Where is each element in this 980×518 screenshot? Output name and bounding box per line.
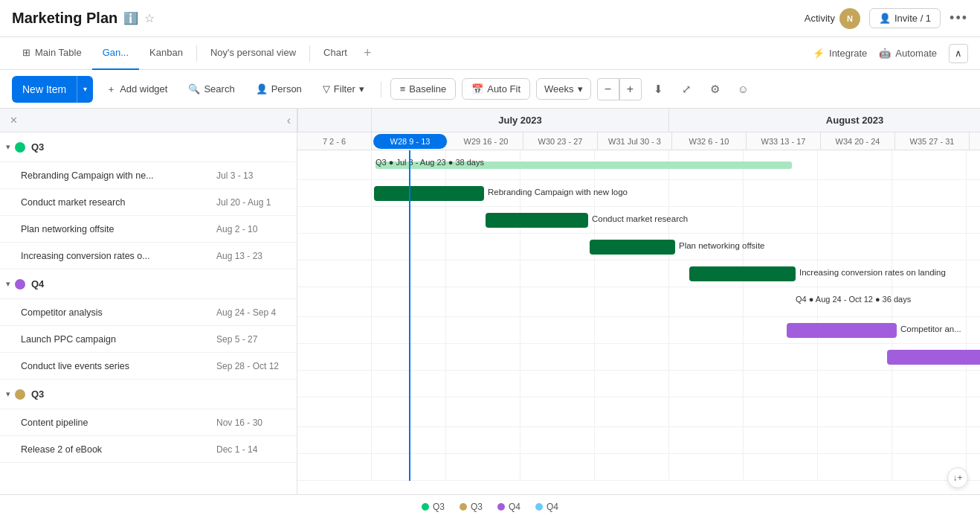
gantt-cell: [595, 397, 669, 426]
more-button[interactable]: •••: [950, 10, 968, 26]
gantt-cell: [744, 344, 818, 370]
star-icon[interactable]: ☆: [144, 11, 155, 25]
chevron-icon: ▾: [6, 142, 10, 152]
gantt-cell: [297, 454, 372, 480]
gantt-week-header: 7 2 - 6 W28 9 - 13 W29 16 - 20 W30 23 - …: [297, 132, 980, 150]
add-widget-button[interactable]: ＋ Add widget: [99, 78, 175, 100]
gantt-item-row-networking: Plan networking offsite: [297, 234, 980, 260]
filter-dropdown-icon: ▾: [359, 83, 364, 95]
gantt-cell: [669, 427, 744, 453]
list-item: Content pipeline Nov 16 - 30: [0, 409, 297, 436]
week-8: W35 27 - 31: [895, 132, 970, 150]
list-item: Release 2 of eBook Dec 1 - 14: [0, 436, 297, 463]
legend-item-q3-green: Q3: [422, 502, 445, 512]
item-name: Content pipeline: [21, 418, 216, 428]
gantt-cell: [967, 260, 980, 287]
legend-dot: [460, 503, 467, 511]
q3-summary-label: Q3 ● Jul 3 - Aug 23 ● 38 days: [375, 158, 484, 167]
search-button[interactable]: 🔍 Search: [181, 79, 242, 99]
integrate-icon: ⚡: [813, 48, 825, 59]
gantt-cell: [744, 180, 818, 206]
gantt-cell: [297, 427, 372, 453]
integrate-label: Integrate: [829, 48, 867, 59]
gantt-cell: [744, 454, 818, 480]
item-date: Aug 24 - Sep 4: [216, 307, 291, 318]
tab-personal-view[interactable]: Noy's personal view: [200, 37, 306, 70]
auto-fit-button[interactable]: 📅 Auto Fit: [462, 78, 530, 100]
invite-button[interactable]: 👤 Invite / 1: [869, 8, 941, 28]
left-collapse-icon[interactable]: ✕: [6, 115, 21, 126]
item-name: Rebranding Campaign with ne...: [21, 170, 216, 181]
list-item: Rebranding Campaign with ne... Jul 3 - 1…: [0, 162, 297, 189]
group-row-q4-purple[interactable]: ▾ Q4: [0, 269, 297, 299]
filter-button[interactable]: ▽ Filter ▾: [315, 79, 372, 99]
left-nav-icon[interactable]: ‹: [287, 114, 291, 127]
item-date: Sep 5 - 27: [216, 334, 291, 345]
zoom-out-button[interactable]: −: [597, 78, 619, 100]
week-9: W36 3 - 7: [970, 132, 980, 150]
list-item: Increasing conversion rates o... Aug 13 …: [0, 243, 297, 269]
chart-tab-label: Chart: [323, 47, 347, 58]
emoji-button[interactable]: ☺: [732, 78, 755, 100]
gantt-cell: [967, 427, 980, 453]
week-6: W33 13 - 17: [747, 132, 821, 150]
bar-rebranding: [374, 186, 484, 201]
gantt-cell: [446, 427, 520, 453]
group-label: Q4: [31, 278, 44, 290]
tab-kanban[interactable]: Kanban: [139, 37, 193, 70]
fit-screen-button[interactable]: ⤢: [676, 78, 698, 100]
legend-item-q4-purple: Q4: [497, 502, 520, 512]
gantt-cell: [967, 371, 980, 397]
integrate-button[interactable]: ⚡ Integrate: [813, 48, 867, 59]
gantt-cell: [818, 180, 892, 206]
zoom-in-button[interactable]: +: [619, 78, 642, 100]
weeks-selector[interactable]: Weeks ▾: [536, 78, 591, 100]
add-tab-button[interactable]: +: [358, 45, 378, 61]
settings-button[interactable]: ⚙: [704, 78, 726, 100]
item-date: Nov 16 - 30: [216, 418, 291, 428]
item-date: Jul 3 - 13: [216, 170, 291, 181]
group-row-q3-green[interactable]: ▾ Q3: [0, 132, 297, 162]
new-item-button[interactable]: New Item ▾: [12, 76, 93, 103]
gantt-cell: [446, 287, 520, 316]
legend-label: Q4: [547, 502, 558, 512]
gantt-cell: [892, 234, 967, 260]
gantt-cell: [892, 207, 967, 233]
automate-button[interactable]: 🤖 Automate: [879, 48, 937, 59]
scroll-to-bottom-button[interactable]: ↓+: [947, 467, 968, 488]
person-button[interactable]: 👤 Person: [248, 79, 309, 99]
gantt-item-row-research: Conduct market research: [297, 207, 980, 234]
gantt-cell: [520, 317, 595, 343]
group-row-q3-yellow[interactable]: ▾ Q3: [0, 380, 297, 409]
legend-dot: [422, 503, 429, 511]
gantt-cell: [967, 207, 980, 233]
gantt-cell: [892, 180, 967, 206]
legend-dot: [497, 503, 505, 511]
gantt-cell: [818, 207, 892, 233]
gantt-right-panel[interactable]: July 2023 August 2023 Se 7 2 - 6 W28 9 -…: [297, 109, 980, 494]
gantt-cell: [446, 397, 520, 426]
gantt-cell: [446, 260, 520, 287]
collapse-button[interactable]: ∧: [949, 44, 968, 63]
info-icon[interactable]: ℹ️: [123, 11, 138, 25]
gantt-container: ✕ ‹ ▾ Q3 Rebranding Campaign with ne... …: [0, 109, 980, 494]
tab-main-table[interactable]: ⊞ Main Table: [12, 37, 92, 70]
export-button[interactable]: ⬇: [648, 78, 670, 100]
list-item: Plan networking offsite Aug 2 - 10: [0, 216, 297, 243]
week-2: W29 16 - 20: [449, 132, 523, 150]
gantt-cell: [669, 180, 744, 206]
tab-chart[interactable]: Chart: [313, 37, 358, 70]
gantt-cell: [818, 234, 892, 260]
gantt-cell: [892, 397, 967, 426]
baseline-button[interactable]: ≡ Baseline: [390, 78, 456, 100]
gantt-cell: [967, 454, 980, 480]
activity-button[interactable]: Activity N: [805, 8, 860, 29]
new-item-label[interactable]: New Item: [12, 76, 77, 103]
gantt-cell: [818, 371, 892, 397]
tab-gantt[interactable]: Gan...: [92, 37, 139, 70]
tab-divider-2: [309, 45, 310, 62]
bar-conversion: [689, 266, 796, 281]
gantt-cell: [297, 234, 372, 260]
baseline-label: Baseline: [409, 83, 446, 95]
new-item-dropdown-arrow[interactable]: ▾: [77, 76, 93, 103]
